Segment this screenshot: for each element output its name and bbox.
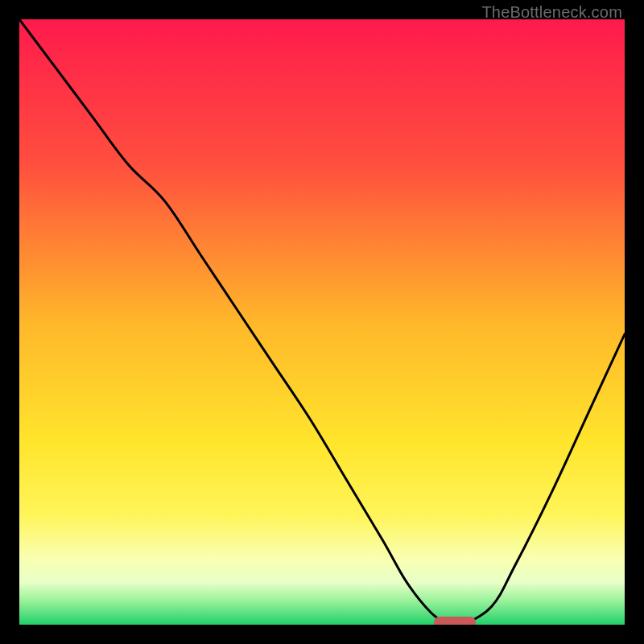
watermark-text: TheBottleneck.com	[481, 3, 622, 22]
bottleneck-curve	[19, 19, 625, 625]
plot-area	[19, 19, 625, 625]
optimal-marker	[434, 617, 476, 625]
chart-frame: TheBottleneck.com	[0, 0, 644, 644]
